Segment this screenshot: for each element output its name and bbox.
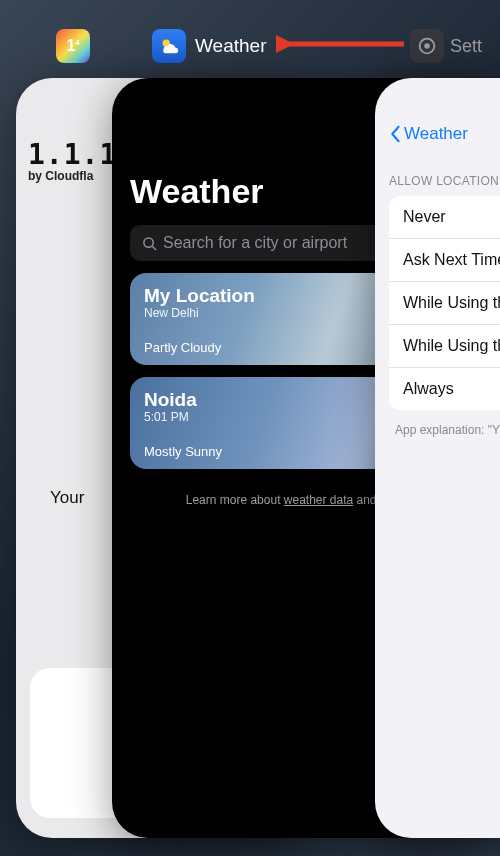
weather-sun-cloud-icon bbox=[158, 35, 180, 57]
tile-condition: Partly Cloudy bbox=[144, 340, 221, 355]
location-options-list: Never Ask Next Time O While Using the A … bbox=[389, 196, 500, 410]
app-label-weather: Weather bbox=[195, 35, 266, 57]
chevron-left-icon bbox=[389, 125, 401, 143]
svg-point-4 bbox=[144, 237, 153, 246]
gear-icon bbox=[416, 35, 438, 57]
search-placeholder: Search for a city or airport bbox=[163, 234, 347, 252]
option-always[interactable]: Always bbox=[389, 368, 500, 410]
option-while-using-1[interactable]: While Using the A bbox=[389, 282, 500, 325]
option-while-using-2[interactable]: While Using the A bbox=[389, 325, 500, 368]
app-icon-settings[interactable] bbox=[410, 29, 444, 63]
section-header-allow-location: ALLOW LOCATION bbox=[389, 174, 500, 188]
app-explanation-text: App explanation: "Y weather and send n y… bbox=[389, 422, 500, 438]
app-card-settings[interactable]: Weather ALLOW LOCATION Never Ask Next Ti… bbox=[375, 78, 500, 838]
app-switcher-header: 14 Weather Sett bbox=[0, 24, 500, 68]
svg-line-5 bbox=[152, 246, 156, 250]
app-icon-1111[interactable]: 14 bbox=[56, 29, 90, 63]
search-icon bbox=[142, 236, 157, 251]
tile-condition: Mostly Sunny bbox=[144, 444, 222, 459]
link-weather-data[interactable]: weather data bbox=[284, 493, 353, 507]
app-label-settings: Sett bbox=[450, 36, 482, 57]
app-1111-glyph: 14 bbox=[67, 37, 80, 55]
app-icon-weather[interactable] bbox=[152, 29, 186, 63]
back-label: Weather bbox=[404, 124, 468, 144]
option-never[interactable]: Never bbox=[389, 196, 500, 239]
option-ask-next-time[interactable]: Ask Next Time O bbox=[389, 239, 500, 282]
svg-point-2 bbox=[424, 43, 430, 49]
annotation-arrow bbox=[276, 34, 406, 54]
c1-your-text: Your bbox=[50, 488, 84, 508]
back-button[interactable]: Weather bbox=[389, 124, 500, 144]
